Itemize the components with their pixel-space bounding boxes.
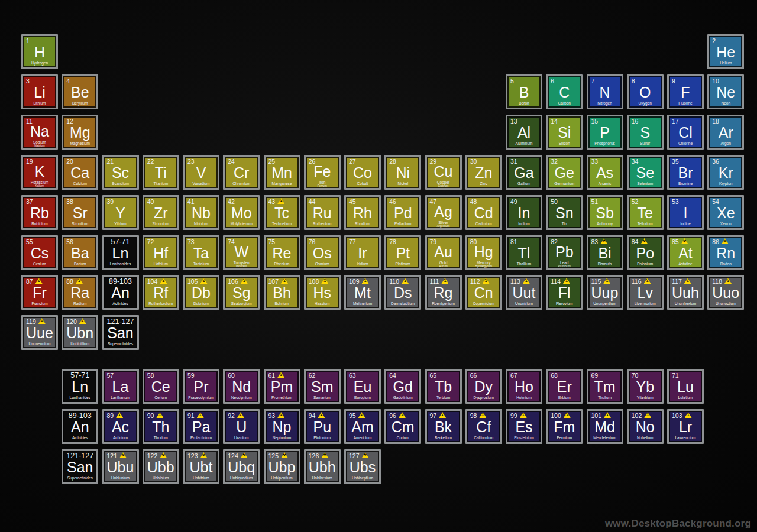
element-symbol: Pa	[185, 419, 218, 436]
atomic-number: 123	[187, 453, 198, 459]
element-rh: 45RhRhodium	[344, 195, 381, 230]
radioactive-icon: ☢	[79, 318, 86, 324]
element-xe: 54XeXenon	[707, 195, 744, 230]
radioactive-icon: ☢	[321, 278, 328, 284]
element-ag: 47AgSilverArgentum	[425, 195, 462, 230]
element-pr: 59PrPraseodymium	[183, 369, 219, 404]
element-symbol: Pu	[306, 419, 339, 436]
atomic-number: 5	[510, 78, 514, 84]
element-symbol: Cu	[427, 163, 460, 180]
element-symbol: Ni	[386, 164, 419, 181]
atomic-number: 118	[712, 278, 722, 284]
element-symbol: Bi	[588, 245, 622, 262]
atomic-number: 75	[268, 239, 276, 245]
atomic-number: 72	[147, 239, 154, 245]
atomic-number: 109	[349, 278, 360, 284]
atomic-number: 95	[349, 413, 356, 419]
atomic-number: 15	[591, 118, 599, 124]
element-ubh: 126☢UbhUnbihexium	[304, 449, 341, 484]
element-tm: 69TmThulium	[587, 369, 623, 404]
atomic-number: 36	[712, 158, 719, 164]
element-name: Palladium	[386, 222, 419, 228]
element-o: 8OOxygen	[627, 74, 664, 109]
element-ca: 20CaCalcium	[62, 155, 98, 190]
element-name: Sulfur	[629, 141, 662, 148]
element-symbol: La	[104, 378, 137, 395]
element-alt-name: Aurum	[427, 264, 460, 268]
element-name: Nobelium	[629, 436, 662, 442]
element-symbol: Ubn	[63, 325, 96, 342]
element-name: Actinium	[104, 436, 137, 442]
element-mn: 25MnManganese	[264, 155, 300, 190]
radioactive-icon: ☢	[160, 278, 167, 284]
element-sg: 106☢SgSeaborgium	[223, 275, 260, 310]
element-mo: 42MoMolybdenum	[223, 195, 260, 230]
element-ne: 10NeNeon	[707, 74, 744, 109]
element-symbol: Na	[23, 123, 56, 140]
series-label-an: 89-103AnActinides	[62, 409, 98, 444]
radioactive-icon: ☢	[362, 278, 369, 284]
element-name: Boron	[507, 101, 541, 108]
element-in: 49InIndium	[506, 195, 542, 230]
element-symbol: Ubu	[104, 459, 137, 476]
atomic-number: 12	[66, 118, 73, 124]
atomic-number: 2	[712, 38, 716, 44]
element-v: 23VVanadium	[183, 155, 219, 190]
element-name: Aluminum	[507, 141, 541, 148]
element-symbol: Sc	[104, 164, 137, 181]
atomic-number: 68	[551, 372, 558, 378]
atomic-number: 46	[389, 199, 396, 205]
element-symbol: Rg	[427, 284, 460, 301]
element-symbol: As	[588, 164, 622, 181]
atomic-number: 111	[430, 278, 439, 284]
element-name: Ununennium	[23, 342, 56, 348]
element-symbol: Ds	[386, 284, 419, 301]
atomic-number: 41	[187, 199, 195, 205]
element-symbol: Ra	[63, 284, 96, 301]
atomic-number: 27	[349, 158, 356, 164]
element-symbol: San	[104, 325, 137, 342]
element-name: Einsteinium	[507, 436, 541, 442]
element-symbol: Pm	[266, 378, 299, 395]
element-ba: 56BaBarium	[62, 235, 98, 270]
element-hs: 108☢HsHassium	[304, 275, 341, 310]
element-ubs: 127☢UbsUnbiseptium	[344, 449, 381, 484]
element-symbol: Nd	[225, 378, 258, 395]
radioactive-icon: ☢	[281, 452, 288, 458]
element-symbol: Al	[507, 124, 541, 141]
element-symbol: Tl	[507, 245, 541, 262]
element-fr: 87☢FrFrancium	[21, 275, 58, 310]
atomic-number: 87	[26, 278, 33, 284]
atomic-number: 45	[349, 199, 356, 205]
atomic-number: 39	[107, 199, 114, 205]
element-name: Ununtrium	[507, 301, 541, 308]
element-name: Darmstadtium	[386, 301, 419, 308]
atomic-number: 108	[309, 278, 319, 284]
element-symbol: Fm	[548, 419, 581, 436]
series-label-ln: 57-71LnLanthanides	[62, 369, 98, 404]
radioactive-icon: ☢	[399, 412, 406, 418]
element-name: Lanthanum	[104, 395, 137, 402]
element-mt: 109☢MtMeitnerium	[344, 275, 381, 310]
element-symbol: Ln	[63, 378, 96, 395]
atomic-number: 98	[470, 413, 477, 419]
element-name: Holmium	[507, 395, 541, 402]
atomic-number: 44	[309, 199, 316, 205]
atomic-number: 62	[309, 372, 316, 378]
element-bk: 97☢BkBerkelium	[425, 409, 462, 444]
element-alt-name: Plumbum	[548, 264, 581, 268]
atomic-number: 14	[551, 118, 558, 124]
atomic-number: 22	[147, 158, 154, 164]
atomic-number: 127	[349, 453, 360, 459]
element-symbol: An	[63, 419, 96, 436]
element-name: Argon	[709, 141, 742, 148]
element-name: Terbium	[427, 395, 460, 402]
element-symbol: Hf	[144, 245, 177, 262]
element-ubt: 123☢UbtUnbitrium	[183, 449, 219, 484]
atomic-number: 106	[228, 278, 238, 284]
element-ubu: 121☢UbuUnbiunium	[102, 449, 139, 484]
atomic-number: 107	[268, 278, 279, 284]
element-symbol: Uuh	[669, 284, 702, 301]
radioactive-icon: ☢	[523, 278, 530, 284]
element-u: 92☢UUranium	[223, 409, 260, 444]
